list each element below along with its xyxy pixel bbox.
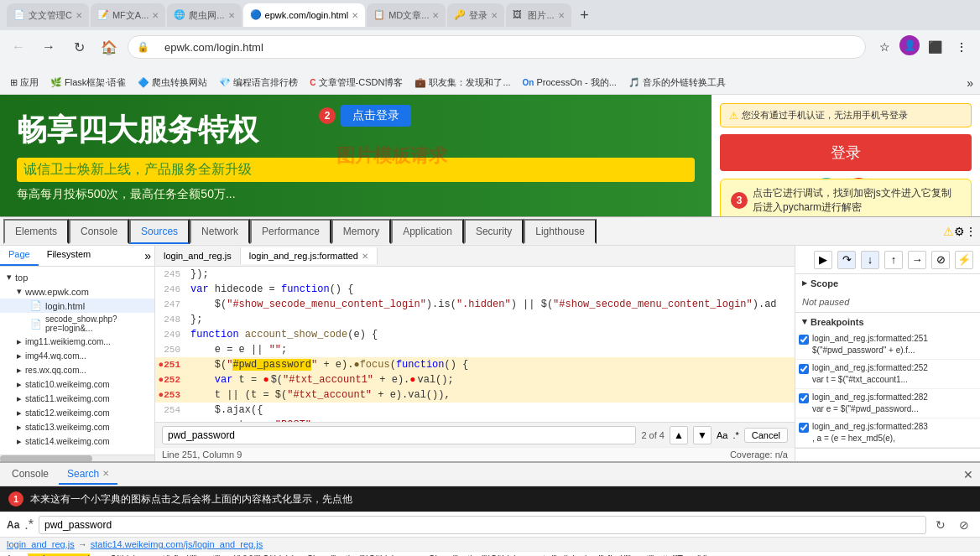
tree-item-static11[interactable]: ▸ static11.weikeimg.com [0,392,154,406]
tab-close-2[interactable]: ✕ [152,11,159,20]
forward-button[interactable]: → [37,35,60,59]
devtools-tab-performance[interactable]: Performance [250,219,331,244]
tab-close-1[interactable]: ✕ [76,11,82,20]
devtools-more-icon[interactable]: ⋮ [965,225,977,238]
console-dot-label[interactable]: .* [24,517,34,533]
tree-item-res[interactable]: ▸ res.wx.qq.com... [0,363,154,377]
spider-icon: 🔷 [138,77,149,88]
file-panel-tab-filesystem[interactable]: Filesystem [39,246,100,266]
login-button[interactable]: 登录 [720,134,972,171]
breakpoint-1-check[interactable] [799,335,809,345]
tab-close-4[interactable]: ✕ [352,11,358,20]
breakpoint-3-check[interactable] [799,393,809,403]
browser-tab-3[interactable]: 🌐 爬虫网... ✕ [167,3,241,27]
devtools-tab-console[interactable]: Console [69,219,129,244]
tree-item-img44[interactable]: ▸ img44.wq.com... [0,349,154,363]
devtools-tab-sources[interactable]: Sources [129,219,190,244]
browser-tab-5[interactable]: 📋 MD文章... ✕ [367,3,446,27]
extensions-icon[interactable]: ⬛ [923,35,946,59]
expand-icon: ▾ [7,272,12,283]
more-bookmarks-icon[interactable]: » [967,76,973,90]
file-panel-scrollbar[interactable] [0,455,154,461]
find-aa-check[interactable]: Aa [717,430,727,440]
step-button[interactable]: → [908,251,926,269]
console-search-input[interactable] [39,516,926,534]
warning-text: 您没有通过手机认证，无法用手机号登录 [742,109,908,122]
browser-tab-7[interactable]: 🖼 图片... ✕ [506,3,571,27]
tree-item-epwk[interactable]: ▾ www.epwk.com [0,284,154,299]
scope-header[interactable]: ▸ Scope [795,274,980,292]
devtools-settings-icon[interactable]: ⚙ [954,225,965,238]
code-editor[interactable]: 245 }); 246 var hidecode = function() { … [155,267,795,422]
step-out-button[interactable]: ↑ [884,251,903,269]
devtools-tab-network[interactable]: Network [190,219,250,244]
new-tab-button[interactable]: + [573,3,597,27]
file-panel-more-icon[interactable]: » [141,246,154,266]
tree-item-top[interactable]: ▾ top [0,270,154,284]
bookmark-spider[interactable]: 🔷 爬虫转换网站 [134,75,211,91]
resume-button[interactable]: ▶ [814,251,832,269]
devtools-tab-elements[interactable]: Elements [3,219,69,244]
breakpoints-header[interactable]: ▾ Breakpoints [795,313,980,330]
tree-item-static13[interactable]: ▸ static13.weikeimg.com [0,420,154,434]
bottom-file-link[interactable]: login_and_reg.js [7,539,75,549]
find-dot-check[interactable]: .* [732,430,738,440]
tree-item-login[interactable]: 📄 login.html [0,299,154,313]
reload-button[interactable]: ↻ [67,35,91,59]
scrollbar-thumb[interactable] [0,455,92,461]
tab-close-3[interactable]: ✕ [228,11,235,20]
menu-icon[interactable]: ⋮ [950,35,973,59]
find-input[interactable] [162,426,636,444]
address-bar[interactable] [154,35,857,59]
browser-tab-1[interactable]: 📄 文文管理C ✕ [7,3,89,27]
tree-item-static10[interactable]: ▸ static10.weikeimg.com [0,377,154,392]
step-into-button[interactable]: ↓ [861,251,879,269]
step-over-button[interactable]: ↷ [837,251,856,269]
browser-tab-6[interactable]: 🔑 登录 ✕ [447,3,504,27]
find-cancel-button[interactable]: Cancel [744,428,788,443]
console-tab-console[interactable]: Console [3,465,57,485]
bottom-path-link[interactable]: static14.weikeimg.com/js/login_and_reg.j… [91,539,263,549]
search-tab-close[interactable]: ✕ [102,469,109,478]
console-aa-label[interactable]: Aa [7,519,19,531]
tree-item-img11[interactable]: ▸ img11.weikiemg.com... [0,335,154,349]
search-clear-button[interactable]: ⊘ [955,516,973,534]
devtools-tab-security[interactable]: Security [464,219,524,244]
tree-item-static14[interactable]: ▸ static14.weikeimg.com [0,434,154,449]
bookmark-music[interactable]: 🎵 音乐的外链转换工具 [625,75,729,91]
bookmark-zhiyouji[interactable]: 💼 职友集：发现和了... [411,75,513,91]
bookmark-ranking[interactable]: 💎 编程语言排行榜 [216,75,301,91]
browser-tab-2[interactable]: 📝 MF文A... ✕ [91,3,165,27]
bookmark-flask[interactable]: 🌿 Flask框架·语雀 [47,75,129,91]
devtools-tab-lighthouse[interactable]: Lighthouse [524,219,597,244]
search-refresh-button[interactable]: ↻ [931,516,950,534]
file-panel-tab-page[interactable]: Page [0,246,39,266]
breakpoint-4-check[interactable] [799,423,809,433]
console-close-button[interactable]: ✕ [960,465,977,485]
find-down-button[interactable]: ▼ [693,426,712,444]
profile-icon[interactable]: 👤 [899,35,920,55]
code-tab-formatted[interactable]: login_and_reg.js:formatted ✕ [241,247,378,264]
tab-close-7[interactable]: ✕ [558,11,565,20]
bookmark-processon[interactable]: On ProcessOn - 我的... [519,75,620,91]
console-tab-search[interactable]: Search ✕ [59,465,117,485]
star-icon[interactable]: ☆ [873,35,896,59]
tab-close-5[interactable]: ✕ [432,11,439,20]
back-button[interactable]: ← [7,35,30,59]
pause-exceptions-button[interactable]: ⚡ [955,251,973,269]
tree-item-secode[interactable]: 📄 secode_show.php?pre=login&... [0,313,154,335]
deactivate-breakpoints-button[interactable]: ⊘ [931,251,950,269]
devtools-tab-memory[interactable]: Memory [331,219,391,244]
bookmark-csdn[interactable]: C 文章管理-CSDN博客 [306,75,406,91]
bookmark-apps[interactable]: ⊞ 应用 [7,75,42,91]
home-button[interactable]: 🏠 [97,35,121,59]
devtools-tab-application[interactable]: Application [391,219,464,244]
code-tab-original[interactable]: login_and_reg.js [155,247,241,264]
code-tab-close[interactable]: ✕ [362,252,368,261]
find-up-button[interactable]: ▲ [670,426,688,444]
tab-close-6[interactable]: ✕ [491,11,498,20]
tree-item-static12[interactable]: ▸ static12.weikeimg.com [0,406,154,420]
breakpoint-2-check[interactable] [799,364,809,374]
browser-tab-4[interactable]: 🔵 epwk.com/login.html ✕ [243,3,366,27]
click-login-button[interactable]: 点击登录 [341,105,411,127]
